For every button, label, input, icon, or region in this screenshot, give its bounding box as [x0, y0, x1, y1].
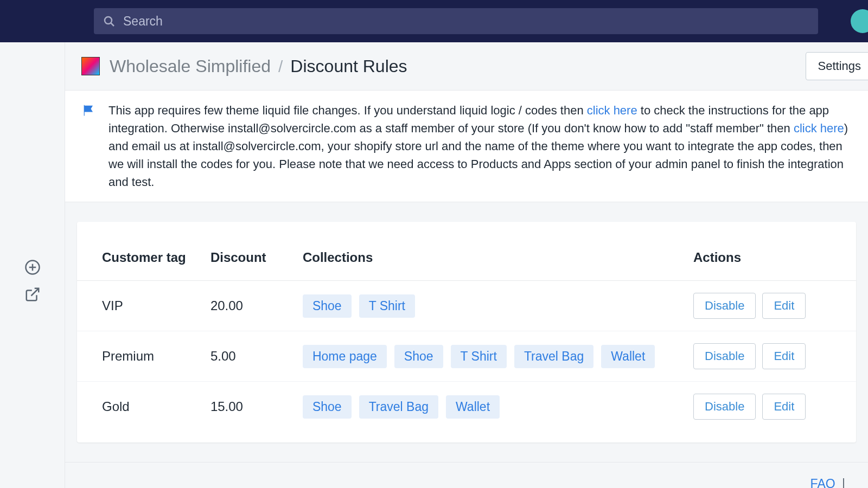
left-sidebar: [0, 42, 65, 488]
notice-bar: This app requires few theme liquid file …: [65, 90, 868, 202]
cell-actions: DisableEdit: [682, 331, 856, 382]
rules-card: Customer tag Discount Collections Action…: [77, 222, 856, 442]
footer-bar: FAQ |: [65, 462, 868, 488]
svg-line-5: [31, 288, 39, 296]
disable-button[interactable]: Disable: [693, 343, 756, 369]
avatar[interactable]: [851, 9, 868, 33]
footer-sep: |: [842, 477, 845, 488]
search-container[interactable]: [94, 8, 818, 34]
cell-actions: DisableEdit: [682, 281, 856, 331]
cell-collections: ShoeTravel BagWallet: [292, 382, 682, 432]
collection-tag[interactable]: Wallet: [601, 345, 655, 368]
collection-tag[interactable]: Shoe: [303, 294, 352, 318]
disable-button[interactable]: Disable: [693, 293, 756, 319]
cell-customer-tag: Gold: [77, 382, 200, 432]
collection-tag[interactable]: Wallet: [446, 395, 500, 419]
search-input[interactable]: [123, 14, 809, 29]
flag-icon: [81, 102, 97, 123]
edit-button[interactable]: Edit: [762, 394, 806, 420]
notice-part1: This app requires few theme liquid file …: [108, 104, 587, 117]
cell-discount: 5.00: [200, 331, 292, 382]
add-circle-icon[interactable]: [24, 259, 41, 275]
cell-discount: 15.00: [200, 382, 292, 432]
table-row: Gold15.00ShoeTravel BagWalletDisableEdit: [77, 382, 856, 432]
col-actions: Actions: [682, 238, 856, 281]
collection-tag[interactable]: T Shirt: [359, 294, 415, 318]
faq-link[interactable]: FAQ: [810, 477, 835, 488]
table-row: Premium5.00Home pageShoeT ShirtTravel Ba…: [77, 331, 856, 382]
collection-tag[interactable]: Shoe: [394, 345, 443, 368]
content-area: Wholesale Simplified / Discount Rules Se…: [65, 42, 868, 488]
breadcrumb-app[interactable]: Wholesale Simplified: [110, 56, 271, 76]
page-header: Wholesale Simplified / Discount Rules Se…: [65, 42, 868, 90]
edit-button[interactable]: Edit: [762, 343, 806, 369]
external-link-icon[interactable]: [24, 286, 41, 303]
col-customer-tag: Customer tag: [77, 238, 200, 281]
col-collections: Collections: [292, 238, 682, 281]
topbar: [0, 0, 868, 42]
cell-customer-tag: VIP: [77, 281, 200, 331]
cell-customer-tag: Premium: [77, 331, 200, 382]
cell-collections: Home pageShoeT ShirtTravel BagWallet: [292, 331, 682, 382]
collection-tag[interactable]: Home page: [303, 345, 387, 368]
cell-discount: 20.00: [200, 281, 292, 331]
breadcrumb: Wholesale Simplified / Discount Rules: [110, 56, 806, 76]
edit-button[interactable]: Edit: [762, 293, 806, 319]
search-icon: [103, 15, 116, 28]
notice-link-1[interactable]: click here: [587, 104, 637, 117]
app-icon: [81, 57, 100, 75]
collection-tag[interactable]: Travel Bag: [359, 395, 438, 419]
cell-collections: ShoeT Shirt: [292, 281, 682, 331]
breadcrumb-separator: /: [278, 57, 283, 76]
notice-link-2[interactable]: click here: [794, 121, 844, 135]
collection-tag[interactable]: T Shirt: [451, 345, 507, 368]
svg-point-0: [105, 17, 112, 24]
table-row: VIP20.00ShoeT ShirtDisableEdit: [77, 281, 856, 331]
col-discount: Discount: [200, 238, 292, 281]
cell-actions: DisableEdit: [682, 382, 856, 432]
discount-rules-table: Customer tag Discount Collections Action…: [77, 238, 856, 432]
svg-line-1: [111, 23, 114, 27]
collection-tag[interactable]: Travel Bag: [514, 345, 593, 368]
disable-button[interactable]: Disable: [693, 394, 756, 420]
notice-text: This app requires few theme liquid file …: [108, 101, 852, 191]
breadcrumb-page: Discount Rules: [290, 56, 407, 76]
collection-tag[interactable]: Shoe: [303, 395, 352, 419]
settings-button[interactable]: Settings: [806, 52, 869, 80]
